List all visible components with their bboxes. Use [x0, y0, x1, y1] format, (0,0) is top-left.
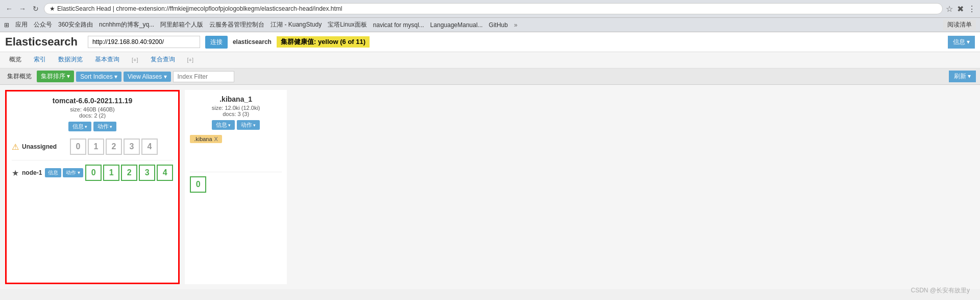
node1-row: ★ node-1 信息 动作 ▾ 0 1 2 3 4	[12, 163, 173, 183]
tab-basic-plus[interactable]: [+]	[127, 54, 143, 67]
unassigned-row: ⚠ Unassigned 0 1 2 3 4	[12, 136, 173, 157]
cluster-sort-button[interactable]: 集群排序 ▾	[37, 71, 74, 82]
index-kibana-size: size: 12.0ki (12.0ki)	[190, 105, 282, 111]
info-dropdown-button[interactable]: 信息 ▾	[948, 36, 975, 49]
url-text: ElasticSearch Head | chrome-extension://…	[57, 5, 937, 12]
shard-unassigned-0: 0	[70, 139, 86, 155]
info-icon: 信息	[72, 123, 84, 130]
url-input[interactable]	[88, 36, 200, 48]
tab-basic-query[interactable]: 基本查询	[90, 52, 125, 68]
main-content: tomcat-6.6.0-2021.11.19 size: 460B (460B…	[0, 85, 980, 289]
index-kibana-docs: docs: 3 (3)	[190, 111, 282, 117]
node1-action-button[interactable]: 动作 ▾	[63, 168, 83, 177]
unassigned-label-section: ⚠ Unassigned	[12, 142, 68, 152]
kibana-action-label: 动作	[241, 121, 252, 129]
view-aliases-button[interactable]: View Aliases ▾	[124, 72, 170, 82]
unassigned-label: Unassigned	[22, 143, 57, 150]
bookmark-baota[interactable]: 宝塔Linux面板	[328, 20, 367, 29]
kibana-caret1: ▾	[228, 123, 231, 128]
node1-actions: 信息 动作 ▾	[45, 168, 83, 177]
node1-shards: 0 1 2 3 4	[85, 165, 173, 181]
caret-icon: ▾	[85, 124, 87, 129]
node-star-icon: ★	[12, 168, 19, 178]
index-kibana-action-button[interactable]: 动作 ▾	[237, 120, 260, 130]
kibana-caret2: ▾	[253, 123, 256, 128]
apps-icon[interactable]: ⊞	[4, 21, 9, 29]
shard-unassigned-1: 1	[88, 139, 104, 155]
back-button[interactable]: ←	[4, 4, 14, 14]
star-icon[interactable]: ☆	[946, 4, 953, 14]
index-tomcat-size: size: 460B (460B)	[12, 106, 173, 112]
action-label: 动作	[97, 123, 109, 130]
node1-label-section: ★ node-1 信息 动作 ▾	[12, 168, 83, 178]
bookmark-navicat[interactable]: navicat for mysql...	[373, 21, 424, 29]
nav-tabs: 概览 索引 数据浏览 基本查询 [+] 复合查询 [+]	[0, 52, 980, 68]
tab-index[interactable]: 索引	[29, 52, 51, 68]
shard-node1-0: 0	[85, 165, 102, 181]
refresh-button[interactable]: 刷新 ▾	[949, 71, 976, 82]
index-tomcat-info-button[interactable]: 信息 ▾	[68, 122, 91, 131]
reading-list[interactable]: 阅读清单	[943, 19, 976, 30]
shard-unassigned-3: 3	[124, 139, 140, 155]
tab-compound-plus[interactable]: [+]	[182, 54, 199, 67]
index-panel-tomcat: tomcat-6.6.0-2021.11.19 size: 460B (460B…	[5, 90, 180, 284]
kibana-alias-row: .kibana X	[190, 135, 282, 143]
bookmark-ali[interactable]: 阿里邮箱个人版	[160, 20, 203, 29]
index-tomcat-name: tomcat-6.6.0-2021.11.19	[12, 97, 173, 105]
cluster-name: elasticsearch	[233, 38, 272, 45]
shard-unassigned-2: 2	[106, 139, 122, 155]
index-kibana-info-button[interactable]: 信息 ▾	[212, 120, 235, 130]
index-kibana-name: .kibana_1	[190, 95, 282, 103]
connect-button[interactable]: 连接	[205, 36, 228, 49]
index-tomcat-actions: 信息 ▾ 动作 ▾	[12, 122, 173, 131]
warning-icon: ⚠	[12, 142, 19, 152]
index-tomcat-docs: docs: 2 (2)	[12, 112, 173, 119]
bookmark-ncnhhm[interactable]: ncnhhm的博客_yq...	[99, 20, 154, 29]
lock-icon: ★	[50, 5, 55, 12]
unassigned-shards: 0 1 2 3 4	[70, 139, 158, 155]
bookmark-apps[interactable]: 应用	[15, 20, 28, 29]
tab-compound-query[interactable]: 复合查询	[145, 52, 180, 68]
alias-close-button[interactable]: X	[214, 136, 218, 142]
kibana-node1-shards: 0	[190, 176, 206, 193]
browser-icons: ☆ ✖ ⋮	[946, 4, 976, 14]
bookmark-language[interactable]: LanguageManual...	[430, 21, 483, 29]
index-kibana-actions: 信息 ▾ 动作 ▾	[190, 120, 282, 130]
forward-button[interactable]: →	[17, 4, 28, 14]
kibana-alias-badge: .kibana X	[190, 135, 222, 143]
cluster-toolbar: 集群概览 集群排序 ▾ Sort Indices ▾ View Aliases …	[0, 68, 980, 85]
shard-node1-1: 1	[103, 165, 119, 181]
shard-node1-4: 4	[157, 165, 173, 181]
shard-node1-3: 3	[139, 165, 155, 181]
bookmark-cloud[interactable]: 云服务器管理控制台	[209, 20, 264, 29]
divider	[12, 160, 173, 160]
bookmark-360[interactable]: 360安全路由	[58, 20, 93, 29]
tab-browser[interactable]: 数据浏览	[53, 52, 88, 68]
app-logo: Elasticsearch	[5, 35, 78, 49]
caret-icon2: ▾	[110, 124, 112, 129]
shard-kibana-0: 0	[190, 176, 206, 193]
bookmark-jianghu[interactable]: 江湖 - KuangStudy	[271, 20, 322, 29]
cluster-overview-label: 集群概览	[4, 71, 35, 82]
kibana-node1-row: 0	[190, 174, 282, 195]
index-tomcat-action-button[interactable]: 动作 ▾	[93, 122, 116, 131]
extensions-icon[interactable]: ✖	[957, 4, 964, 14]
index-panel-kibana: .kibana_1 size: 12.0ki (12.0ki) docs: 3 …	[185, 90, 287, 284]
tab-overview[interactable]: 概览	[4, 52, 27, 68]
more-bookmarks[interactable]: »	[514, 21, 518, 29]
kibana-unassigned-row	[190, 146, 282, 169]
watermark: CSDN @长安有故里y	[911, 286, 970, 289]
sort-indices-button[interactable]: Sort Indices ▾	[76, 72, 121, 82]
shard-unassigned-4: 4	[141, 139, 158, 155]
reload-button[interactable]: ↻	[31, 4, 41, 14]
index-filter-input[interactable]	[173, 71, 234, 82]
browser-chrome: ← → ↻ ★ ElasticSearch Head | chrome-exte…	[0, 0, 980, 18]
bookmark-wechat[interactable]: 公众号	[34, 20, 52, 29]
address-bar[interactable]: ★ ElasticSearch Head | chrome-extension:…	[44, 3, 943, 14]
shard-node1-2: 2	[121, 165, 137, 181]
node1-info-button[interactable]: 信息	[45, 168, 61, 177]
bookmarks-bar: ⊞ 应用 公众号 360安全路由 ncnhhm的博客_yq... 阿里邮箱个人版…	[0, 18, 980, 32]
alias-name: .kibana	[194, 136, 212, 142]
menu-icon[interactable]: ⋮	[968, 4, 976, 14]
bookmark-github[interactable]: GitHub	[489, 21, 508, 29]
